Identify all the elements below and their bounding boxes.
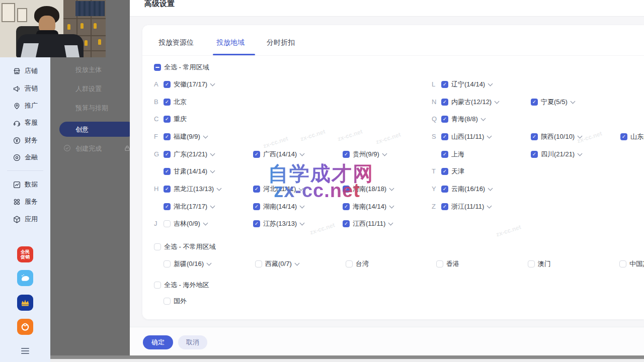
chevron-down-icon[interactable] bbox=[203, 133, 208, 138]
region-item[interactable]: ✓贵州(9/9) bbox=[343, 149, 386, 159]
region-checkbox[interactable]: ✓ bbox=[531, 133, 538, 140]
region-checkbox[interactable]: ✓ bbox=[441, 151, 448, 158]
region-checkbox[interactable]: ✓ bbox=[164, 116, 171, 123]
region-checkbox[interactable]: ✓ bbox=[441, 116, 448, 123]
region-item[interactable]: ✓陕西(10/10) bbox=[531, 132, 582, 142]
sidebar-item-数据[interactable]: 数据 bbox=[0, 179, 50, 190]
region-item[interactable]: ✓湖北(17/17) bbox=[164, 202, 214, 212]
region-item[interactable]: ✓湖南(14/14) bbox=[253, 202, 304, 212]
region-item[interactable]: 西藏(0/7) bbox=[255, 259, 299, 269]
region-checkbox[interactable]: ✓ bbox=[441, 133, 448, 140]
region-checkbox[interactable]: ✓ bbox=[343, 151, 350, 158]
quanmin-cuxiao-app[interactable]: 全民促销 bbox=[17, 246, 33, 262]
region-checkbox[interactable]: ✓ bbox=[164, 203, 171, 210]
region-item[interactable]: ✓河北(11/11) bbox=[253, 184, 303, 194]
region-item[interactable]: ✓天津 bbox=[441, 166, 464, 176]
region-checkbox[interactable] bbox=[619, 260, 626, 267]
chevron-down-icon[interactable] bbox=[299, 186, 304, 191]
region-item[interactable]: ✓重庆 bbox=[164, 114, 187, 124]
region-item[interactable]: ✓辽宁(14/14) bbox=[441, 79, 492, 89]
region-item[interactable]: ✓河南(18/18) bbox=[343, 184, 393, 194]
region-checkbox[interactable]: ✓ bbox=[441, 203, 448, 210]
select-all-row[interactable]: 全选 - 海外地区 bbox=[154, 280, 209, 290]
chevron-down-icon[interactable] bbox=[487, 133, 492, 138]
chevron-down-icon[interactable] bbox=[495, 99, 500, 104]
chevron-down-icon[interactable] bbox=[210, 203, 215, 208]
chevron-down-icon[interactable] bbox=[217, 186, 222, 191]
region-item[interactable]: ✓上海 bbox=[441, 149, 464, 159]
select-all-row[interactable]: 全选 - 不常用区域 bbox=[154, 242, 216, 252]
select-all-row[interactable]: 全选 - 常用区域 bbox=[154, 62, 209, 72]
sidebar-item-推广[interactable]: 推广 bbox=[0, 101, 50, 111]
region-checkbox[interactable]: ✓ bbox=[441, 168, 448, 175]
region-checkbox[interactable] bbox=[255, 260, 262, 267]
region-checkbox[interactable]: ✓ bbox=[531, 99, 538, 106]
region-item[interactable]: ✓宁夏(5/5) bbox=[531, 97, 575, 107]
confirm-button[interactable]: 确定 bbox=[143, 335, 173, 349]
chevron-down-icon[interactable] bbox=[203, 220, 208, 225]
sidebar-item-营销[interactable]: 营销 bbox=[0, 83, 50, 94]
chevron-down-icon[interactable] bbox=[294, 260, 299, 265]
sidebar-item-财务[interactable]: 财务 bbox=[0, 135, 50, 145]
region-checkbox[interactable]: ✓ bbox=[441, 186, 448, 193]
region-checkbox[interactable]: ✓ bbox=[253, 151, 260, 158]
sidebar-item-客服[interactable]: 客服 bbox=[0, 118, 50, 128]
hamburger-menu-icon[interactable] bbox=[21, 346, 29, 355]
wizard-step[interactable]: 投放主体 bbox=[75, 65, 102, 73]
region-item[interactable]: ✓四川(21/21) bbox=[531, 149, 582, 159]
region-item[interactable]: ✓浙江(11/11) bbox=[441, 202, 491, 212]
region-checkbox[interactable]: ✓ bbox=[164, 186, 171, 193]
region-checkbox[interactable] bbox=[154, 243, 161, 250]
chevron-down-icon[interactable] bbox=[388, 220, 393, 225]
orange-app[interactable] bbox=[17, 319, 33, 335]
region-item[interactable]: ✓福建(9/9) bbox=[164, 132, 207, 142]
region-checkbox[interactable] bbox=[154, 64, 161, 71]
region-item[interactable]: 香港 bbox=[436, 259, 459, 269]
region-item[interactable]: 国外 bbox=[164, 296, 187, 306]
region-checkbox[interactable] bbox=[164, 298, 171, 305]
chevron-down-icon[interactable] bbox=[210, 81, 215, 86]
region-checkbox[interactable] bbox=[528, 260, 535, 267]
wizard-step[interactable]: 预算与排期 bbox=[75, 104, 108, 112]
region-checkbox[interactable]: ✓ bbox=[164, 151, 171, 158]
cancel-button[interactable]: 取消 bbox=[178, 335, 207, 349]
region-item[interactable]: 吉林(0/9) bbox=[164, 219, 207, 229]
chevron-down-icon[interactable] bbox=[578, 151, 583, 156]
region-item[interactable]: ✓海南(14/14) bbox=[343, 202, 393, 212]
chevron-down-icon[interactable] bbox=[570, 99, 575, 104]
region-item[interactable]: ✓江苏(13/13) bbox=[253, 219, 304, 229]
sidebar-item-店铺[interactable]: 店铺 bbox=[0, 66, 50, 76]
region-checkbox[interactable]: ✓ bbox=[343, 203, 350, 210]
region-checkbox[interactable]: ✓ bbox=[441, 81, 448, 88]
wizard-step[interactable]: 人群设置 bbox=[75, 84, 102, 93]
chevron-down-icon[interactable] bbox=[488, 186, 493, 191]
wizard-step[interactable]: 创建完成 bbox=[75, 144, 102, 152]
chevron-down-icon[interactable] bbox=[210, 151, 215, 156]
region-checkbox[interactable]: ✓ bbox=[441, 99, 448, 106]
region-item[interactable]: ✓云南(16/16) bbox=[441, 184, 492, 194]
chevron-down-icon[interactable] bbox=[300, 220, 305, 225]
region-checkbox[interactable]: ✓ bbox=[253, 220, 260, 227]
region-item[interactable]: 中国其 bbox=[619, 259, 644, 269]
whale-app[interactable] bbox=[17, 270, 33, 286]
region-checkbox[interactable] bbox=[346, 260, 353, 267]
chevron-down-icon[interactable] bbox=[382, 151, 387, 156]
chevron-down-icon[interactable] bbox=[487, 203, 492, 208]
chevron-down-icon[interactable] bbox=[578, 133, 583, 138]
sidebar-item-金融[interactable]: 金融 bbox=[0, 152, 50, 162]
region-item[interactable]: 台湾 bbox=[346, 259, 369, 269]
wizard-step-active[interactable]: 创意 bbox=[59, 122, 130, 137]
region-checkbox[interactable] bbox=[436, 260, 443, 267]
region-checkbox[interactable] bbox=[164, 260, 171, 267]
chevron-down-icon[interactable] bbox=[207, 260, 212, 265]
region-item[interactable]: ✓广西(14/14) bbox=[253, 149, 304, 159]
region-checkbox[interactable] bbox=[164, 220, 171, 227]
region-item[interactable]: ✓山西(11/11) bbox=[441, 132, 491, 142]
chevron-down-icon[interactable] bbox=[389, 186, 394, 191]
region-checkbox[interactable]: ✓ bbox=[343, 220, 350, 227]
chevron-down-icon[interactable] bbox=[300, 203, 305, 208]
region-item[interactable]: ✓广东(21/21) bbox=[164, 149, 214, 159]
region-item[interactable]: ✓内蒙古(12/12) bbox=[441, 97, 499, 107]
region-checkbox[interactable]: ✓ bbox=[620, 133, 627, 140]
chevron-down-icon[interactable] bbox=[210, 168, 215, 173]
